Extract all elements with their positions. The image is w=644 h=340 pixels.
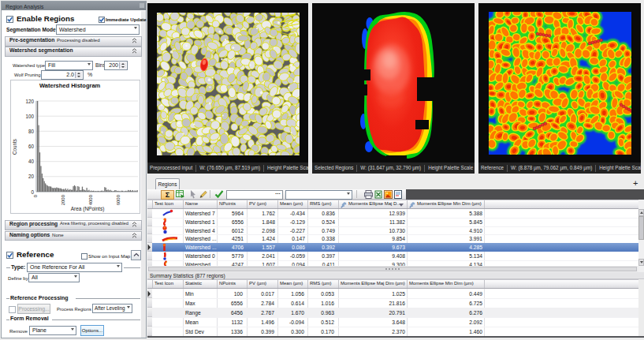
svg-text:6000: 6000: [116, 194, 121, 205]
svg-text:20: 20: [28, 174, 35, 179]
svg-text:120: 120: [25, 99, 34, 104]
svg-text:0: 0: [31, 189, 34, 195]
svg-text:100: 100: [25, 114, 34, 119]
svg-text:60: 60: [28, 144, 35, 149]
svg-text:4000: 4000: [88, 194, 93, 205]
svg-text:2000: 2000: [61, 194, 65, 205]
svg-text:40: 40: [28, 159, 35, 164]
svg-text:Area (NPoints): Area (NPoints): [71, 206, 105, 212]
svg-text:80: 80: [28, 129, 35, 134]
svg-text:0: 0: [33, 194, 38, 197]
svg-text:Counts: Counts: [12, 139, 17, 155]
